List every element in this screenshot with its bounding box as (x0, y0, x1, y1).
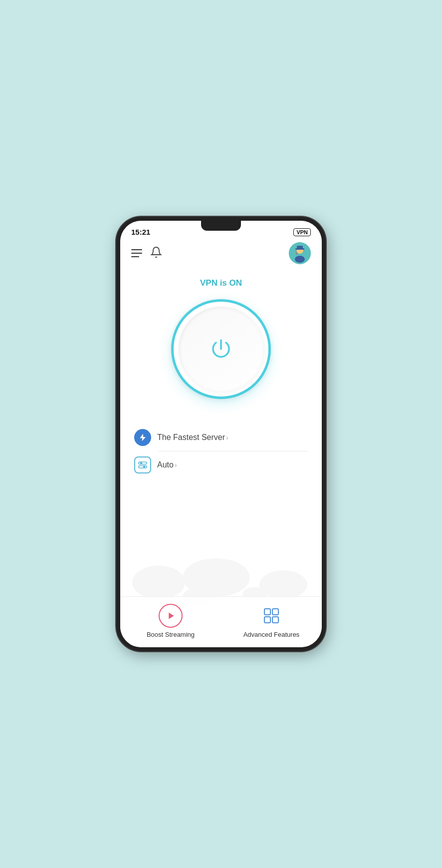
svg-rect-3 (297, 246, 303, 249)
protocol-label: Auto› (157, 460, 177, 469)
svg-rect-19 (272, 617, 278, 623)
screen: 15:21 VPN (120, 221, 322, 647)
vpn-status-text: VPN is ON (200, 278, 242, 288)
power-circle-inner (179, 307, 263, 392)
advanced-features-icon (259, 604, 283, 628)
protocol-row[interactable]: Auto› (134, 451, 308, 478)
lightning-icon (138, 433, 147, 442)
protocol-sliders-icon (138, 461, 147, 468)
menu-icon[interactable] (131, 249, 142, 257)
main-content: VPN is ON (120, 268, 322, 596)
svg-rect-17 (272, 609, 278, 615)
power-button[interactable] (171, 299, 271, 399)
server-icon (134, 429, 151, 446)
fastest-server-label: The Fastest Server› (157, 433, 228, 442)
grid-icon (263, 607, 280, 624)
menu-line-2 (131, 253, 142, 254)
svg-rect-16 (264, 609, 270, 615)
notification-bell-icon[interactable] (150, 246, 162, 260)
svg-marker-15 (169, 613, 174, 619)
svg-point-5 (296, 253, 298, 255)
play-icon (165, 610, 176, 621)
power-button-container (171, 299, 271, 399)
phone-frame: 15:21 VPN (116, 217, 326, 651)
menu-line-3 (131, 256, 139, 257)
vpn-badge: VPN (293, 228, 311, 236)
svg-point-4 (295, 256, 305, 263)
server-info: The Fastest Server› Auto› (131, 424, 311, 478)
svg-point-9 (144, 466, 145, 467)
svg-point-8 (141, 462, 142, 464)
bottom-nav: Boost Streaming Advanced Features (120, 596, 322, 647)
status-right: VPN (293, 228, 311, 236)
power-icon (207, 335, 235, 363)
header-left (131, 246, 162, 260)
boost-streaming-label: Boost Streaming (147, 631, 195, 638)
svg-rect-6 (139, 462, 147, 464)
header (120, 238, 322, 268)
menu-line-1 (131, 249, 142, 250)
protocol-icon (134, 456, 151, 473)
advanced-features-label: Advanced Features (243, 631, 300, 638)
nav-item-advanced-features[interactable]: Advanced Features (221, 597, 322, 647)
fastest-server-row[interactable]: The Fastest Server› (134, 424, 308, 451)
svg-rect-18 (264, 617, 270, 623)
status-time: 15:21 (131, 228, 150, 236)
avatar[interactable] (289, 242, 311, 264)
svg-rect-7 (139, 466, 147, 468)
nav-item-boost-streaming[interactable]: Boost Streaming (120, 597, 221, 647)
svg-point-12 (259, 570, 307, 599)
svg-point-10 (132, 565, 185, 599)
notch (201, 221, 241, 231)
boost-streaming-icon-circle (159, 604, 183, 628)
